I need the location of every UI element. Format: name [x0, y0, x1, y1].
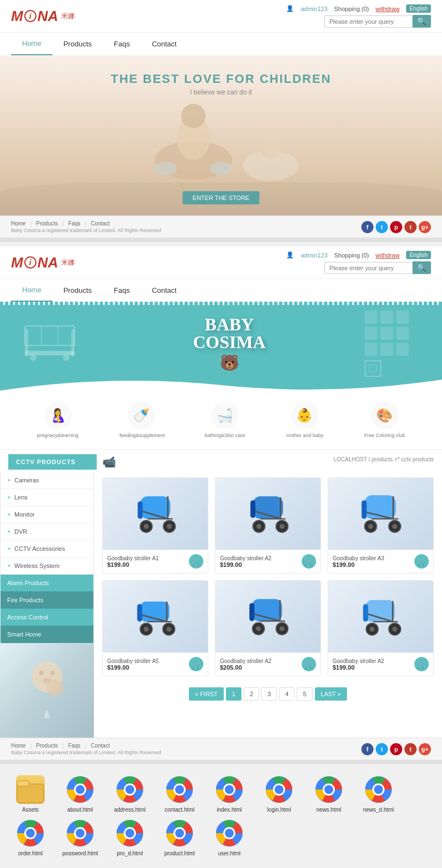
add-cart-5[interactable]: 🛒 — [302, 657, 316, 671]
category-pregnancy[interactable]: 🤱 pregnacy&learning — [37, 402, 78, 438]
desktop-icon-0[interactable]: Assets — [8, 775, 52, 813]
facebook-icon[interactable]: f — [361, 221, 373, 233]
svg-point-89 — [225, 785, 234, 794]
tm2-icon[interactable]: t — [404, 743, 417, 755]
site1-logo[interactable]: M i NA 米娜 — [11, 8, 75, 25]
page-4[interactable]: 4 — [279, 687, 294, 701]
nav2-faqs[interactable]: Faqs — [103, 280, 141, 301]
product-name-2: Goodbaby stroller A2 — [220, 555, 271, 561]
category-feeding[interactable]: 🍼 feeding&supplement — [119, 402, 164, 438]
add-cart-3[interactable]: 🛒 — [414, 554, 429, 569]
stroller-svg-2 — [238, 486, 298, 541]
visit-store-button[interactable]: ENTER THE STORE — [183, 191, 260, 204]
product-price-3: $199.00 — [333, 561, 384, 568]
nav-faqs[interactable]: Faqs — [103, 33, 141, 55]
desktop-icon-7[interactable]: news_d.html — [356, 775, 401, 813]
desktop-icon-11[interactable]: product.html — [157, 819, 202, 857]
logo-na: NA — [38, 8, 59, 25]
admin2-link[interactable]: admin123 — [301, 252, 327, 259]
gp2-icon[interactable]: g+ — [419, 743, 431, 755]
desktop-icon-10[interactable]: pro_d.html — [108, 819, 152, 857]
googleplus-icon[interactable]: g+ — [419, 221, 431, 233]
banner-content: BABY COSIMA 🐻 — [0, 305, 442, 382]
footer-home[interactable]: Home — [11, 220, 26, 227]
sidebar-smart[interactable]: Smart Home — [1, 626, 93, 643]
nav-home[interactable]: Home — [11, 33, 52, 55]
icon-label-6: news.html — [316, 807, 341, 813]
sidebar-dvr[interactable]: DVR — [1, 523, 93, 540]
sidebar-wireless[interactable]: Wireless System — [1, 557, 93, 575]
banner-right-deco — [365, 311, 420, 377]
page-3[interactable]: 3 — [261, 687, 277, 701]
add-cart-2[interactable]: 🛒 — [302, 554, 316, 569]
site2-top-right: 👤 admin123 Shopping (0) withdraw English… — [286, 251, 431, 274]
desktop-icon-8[interactable]: order.html — [8, 819, 52, 857]
footer-products[interactable]: Products — [36, 220, 57, 227]
nav2-contact[interactable]: Contact — [141, 280, 188, 301]
desktop-icon-5[interactable]: login.html — [257, 775, 301, 813]
lang2-button[interactable]: English — [406, 251, 431, 259]
chrome-icon-1 — [66, 775, 94, 804]
icon-label-8: order.html — [18, 850, 43, 857]
admin-link[interactable]: admin123 — [301, 6, 327, 12]
desktop-icon-4[interactable]: index.html — [207, 775, 251, 813]
desktop-icon-2[interactable]: address.html — [108, 775, 152, 813]
site2-search-input[interactable] — [324, 262, 413, 274]
fb2-icon[interactable]: f — [361, 743, 373, 755]
shopping2-link[interactable]: Shopping (0) — [334, 252, 369, 259]
site2-logo[interactable]: M i NA 米娜 — [11, 254, 75, 271]
shopping-link[interactable]: Shopping (0) — [334, 6, 369, 12]
sidebar-accessories[interactable]: CCTV Accessories — [1, 540, 93, 557]
nav2-products[interactable]: Products — [52, 280, 103, 301]
page-1[interactable]: 1 — [226, 687, 241, 701]
page-first[interactable]: « FIRST — [189, 687, 224, 701]
page-2[interactable]: 2 — [244, 687, 259, 701]
withdraw2-link[interactable]: withdraw — [376, 252, 399, 259]
sidebar-cameras[interactable]: Cameras — [1, 472, 93, 489]
desktop-icon-1[interactable]: about.html — [58, 775, 102, 813]
withdraw-link[interactable]: withdraw — [376, 6, 399, 12]
site1-search-input[interactable] — [324, 15, 413, 28]
footer2-faqs[interactable]: Faqs — [68, 743, 80, 749]
sidebar-fire[interactable]: Fire Products — [1, 592, 93, 609]
category-mother[interactable]: 👶 mother and baby — [286, 402, 324, 438]
page-last[interactable]: LAST » — [315, 687, 348, 701]
add-cart-4[interactable]: 🛒 — [189, 657, 203, 671]
desktop-icon-9[interactable]: possword.html — [58, 819, 102, 857]
sidebar-monitor[interactable]: Monitor — [1, 506, 93, 523]
add-cart-1[interactable]: 🛒 — [189, 554, 203, 569]
footer2-products[interactable]: Products — [36, 743, 57, 749]
desktop-icon-12[interactable]: user.html — [207, 819, 251, 857]
footer-faqs[interactable]: Faqs — [68, 220, 80, 227]
nav-contact[interactable]: Contact — [141, 33, 188, 55]
site2-search-button[interactable]: 🔍 — [413, 261, 431, 274]
category-bathing[interactable]: 🛁 bathing&Skin care — [204, 402, 245, 438]
sidebar-lens[interactable]: Lens — [1, 489, 93, 506]
pinterest-icon[interactable]: p — [390, 221, 402, 233]
footer-contact[interactable]: Contact — [91, 220, 109, 227]
add-cart-6[interactable]: 🛒 — [414, 657, 429, 671]
page-5[interactable]: 5 — [297, 687, 312, 701]
desktop-icon-6[interactable]: news.html — [307, 775, 351, 813]
svg-rect-74 — [17, 784, 44, 803]
desktop-icon-3[interactable]: contact.html — [157, 775, 202, 813]
lang-button[interactable]: English — [406, 4, 431, 13]
category-coloring[interactable]: 🎨 Free Coloring club — [364, 402, 405, 438]
pt2-icon[interactable]: p — [390, 743, 402, 755]
sidebar-alarm[interactable]: Alarm Products — [1, 575, 93, 592]
tumblr-icon[interactable]: t — [404, 221, 417, 233]
tw2-icon[interactable]: t — [376, 743, 388, 755]
mother-icon: 👶 — [291, 402, 318, 429]
twitter-icon[interactable]: t — [376, 221, 388, 233]
categories-row: 🤱 pregnacy&learning 🍼 feeding&supplement… — [0, 391, 442, 450]
footer2-home[interactable]: Home — [11, 743, 26, 749]
sidebar-baby-image — [0, 644, 94, 738]
footer2-contact[interactable]: Contact — [91, 743, 109, 749]
sidebar-access[interactable]: Access Control — [1, 609, 93, 626]
nav-products[interactable]: Products — [52, 33, 103, 55]
footer-copyright: Baby Cosima a registered trademark of Li… — [11, 228, 161, 233]
footer-links: Home | Products | Faqs | Contact — [11, 220, 161, 227]
social-icons-2: f t p t g+ — [361, 743, 431, 755]
site1-search-button[interactable]: 🔍 — [413, 15, 431, 28]
nav2-home[interactable]: Home — [11, 279, 52, 302]
